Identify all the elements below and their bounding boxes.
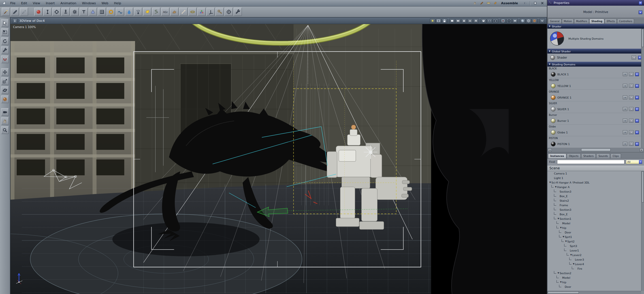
shader-ball-icon[interactable]	[551, 118, 556, 123]
pane-quad-icon[interactable]	[467, 18, 473, 23]
gear-icon[interactable]	[71, 8, 79, 16]
tree-item[interactable]: Box_E	[547, 212, 641, 216]
browser-tab-shaders[interactable]: Shaders	[581, 154, 596, 158]
shading-domain-row[interactable]: ORANGE 1▸	[547, 94, 641, 101]
tree-expander-icon[interactable]: ▼	[560, 281, 562, 283]
tab-shading[interactable]: Shading	[589, 19, 604, 24]
domain-visibility-button[interactable]	[623, 142, 627, 146]
ibeam-icon[interactable]	[43, 8, 52, 16]
magnet-icon[interactable]	[1, 56, 9, 63]
compass-icon[interactable]	[500, 18, 506, 23]
domain-list-button[interactable]	[629, 107, 634, 111]
tree-horizontal-scrollbar[interactable]	[547, 291, 641, 294]
menu-file[interactable]: File	[7, 1, 18, 6]
domain-visibility-button[interactable]	[623, 72, 627, 76]
domain-visibility-button[interactable]	[623, 119, 627, 123]
tab-motion[interactable]: Motion	[562, 19, 574, 24]
domain-list-button[interactable]	[629, 95, 634, 99]
lock-icon[interactable]	[442, 18, 447, 23]
tree-expander-icon[interactable]: ▼	[560, 227, 562, 229]
scrollbar-thumb[interactable]	[642, 171, 644, 203]
shading-domain-row[interactable]: Globe 1▸	[547, 129, 641, 136]
browser-tab-clips[interactable]: Clips	[610, 154, 621, 158]
tab-controllers[interactable]: Controllers	[617, 19, 634, 24]
tree-item[interactable]: Light 1	[547, 176, 641, 180]
eye-icon[interactable]	[522, 1, 528, 6]
key-icon[interactable]	[216, 8, 224, 16]
domain-visibility-button[interactable]	[623, 130, 627, 134]
tree-item[interactable]: Fire	[547, 266, 641, 271]
tree-item[interactable]: ▼Sprt2	[547, 239, 641, 244]
tree-expander-icon[interactable]: ▼	[555, 186, 557, 188]
pane-splith-icon[interactable]	[461, 18, 467, 23]
tree-item[interactable]: ▼Section1	[547, 216, 641, 221]
shader-section-header[interactable]: ▼ Shader	[547, 24, 644, 29]
anchor-icon[interactable]	[61, 8, 70, 16]
room-mode-label[interactable]: Assemble	[499, 1, 521, 5]
ring-icon[interactable]	[188, 8, 197, 16]
tree-vertical-scrollbar[interactable]	[641, 171, 644, 291]
domain-list-scrollbar[interactable]: ◂ ▸	[547, 148, 644, 152]
ball-wire-icon[interactable]	[526, 18, 531, 23]
dolly-icon[interactable]	[1, 108, 9, 116]
gyro-icon[interactable]	[512, 18, 518, 23]
tab-effects[interactable]: Effects	[605, 19, 617, 24]
drop-icon[interactable]	[125, 8, 133, 16]
tree-expander-icon[interactable]: ▼	[570, 254, 572, 256]
scale-icon[interactable]	[1, 77, 9, 85]
tree-item[interactable]: Lever3	[547, 257, 641, 262]
shading-domain-row[interactable]: YELLOW 1▸	[547, 82, 641, 90]
domain-list-button[interactable]	[629, 142, 634, 146]
domain-edit-button[interactable]: ▸	[635, 142, 639, 146]
scene-render[interactable]	[10, 24, 547, 294]
properties-titlebar[interactable]: Properties ▸	[547, 0, 644, 6]
tab-general[interactable]: General	[548, 19, 562, 24]
viewport-3d[interactable]: Camera 1 100%	[10, 24, 547, 294]
agr-icon[interactable]: AGr	[161, 8, 169, 16]
tree-item[interactable]: ▼Hangar A	[547, 185, 641, 189]
find-filter-dropdown[interactable]: All ▾	[626, 160, 642, 164]
pane-single-icon[interactable]	[449, 18, 455, 23]
browser-tab-instances[interactable]: Instances	[548, 154, 566, 158]
wrench-icon[interactable]	[1, 46, 9, 54]
ball-texture-icon[interactable]	[532, 18, 537, 23]
shader-ball-icon[interactable]	[551, 107, 556, 112]
restore-icon[interactable]	[532, 1, 538, 6]
tree-expander-icon[interactable]: ▼	[562, 236, 565, 238]
shading-domain-row[interactable]: SILVER 1▸	[547, 105, 641, 113]
eye-icon[interactable]	[487, 18, 492, 23]
tree-item[interactable]: ▼hip	[547, 225, 641, 230]
film-icon[interactable]	[436, 18, 441, 23]
domain-visibility-button[interactable]	[623, 95, 627, 99]
orbit-icon[interactable]	[1, 86, 9, 94]
menu-animation[interactable]: Animation	[57, 1, 79, 6]
tree-item[interactable]: ▼Sprt1	[547, 235, 641, 239]
spray-icon[interactable]	[134, 8, 142, 16]
panel-scrollbar[interactable]	[641, 29, 644, 148]
domain-visibility-button[interactable]	[623, 84, 627, 88]
tree-expander-icon[interactable]: ▼	[565, 240, 567, 242]
chevron-icon[interactable]	[539, 18, 545, 23]
domain-edit-button[interactable]: ▸	[635, 131, 639, 134]
target-icon[interactable]	[52, 8, 61, 16]
find-input[interactable]	[557, 160, 624, 164]
tree-item[interactable]: Lever1	[547, 248, 641, 253]
cone-icon[interactable]	[89, 8, 97, 16]
tree-item[interactable]: ▼Sci-fi Hangar A !Preload 3DL	[547, 180, 641, 185]
wave-icon[interactable]	[116, 8, 124, 16]
cursor-icon[interactable]	[1, 19, 9, 27]
splitter-icon[interactable]	[12, 18, 18, 23]
ruler-icon[interactable]	[485, 1, 492, 6]
domain-list-button[interactable]	[629, 84, 634, 88]
knife-icon[interactable]	[20, 8, 28, 16]
tree-item[interactable]: ▼Section2	[547, 271, 641, 275]
spring-icon[interactable]	[152, 8, 160, 16]
shader-ball-icon[interactable]	[551, 142, 556, 146]
menu-windows[interactable]: Windows	[79, 1, 99, 6]
ball-shaded-icon[interactable]	[520, 18, 525, 23]
domain-edit-button[interactable]: ▸	[635, 119, 639, 123]
menu-help[interactable]: Help	[111, 1, 124, 6]
scrollbar-thumb[interactable]	[548, 291, 579, 294]
pane-splitv-icon[interactable]	[455, 18, 461, 23]
tree-item[interactable]: Frame	[547, 203, 641, 207]
